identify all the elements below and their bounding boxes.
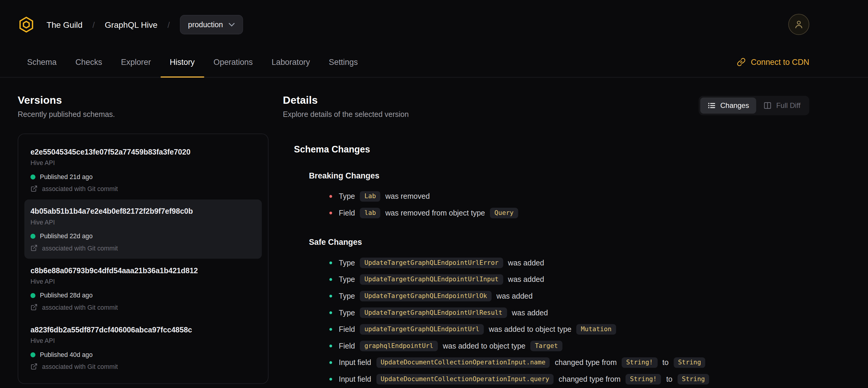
change-item: Field updateTargetGraphQLEndpointUrl was… (330, 321, 809, 337)
versions-pane: Versions Recently published schemas. e2e… (18, 94, 269, 387)
safe-bullet (330, 328, 332, 330)
safe-bullet (330, 311, 332, 314)
change-text: changed type from (559, 375, 620, 383)
org-breadcrumb[interactable]: The Guild (46, 20, 83, 29)
code-chip: UpdateTargetGraphQLEndpointUrlError (360, 257, 503, 268)
change-item: Type Lab was removed (330, 188, 809, 205)
external-link-icon (30, 244, 38, 251)
code-chip: String! (622, 357, 657, 367)
tab-settings[interactable]: Settings (319, 47, 367, 77)
code-chip: lab (360, 207, 380, 218)
published-label: Published 40d ago (40, 351, 93, 358)
code-chip: Mutation (577, 324, 616, 334)
git-commit-label: associated with Git commit (42, 304, 118, 310)
change-text: was removed (385, 192, 430, 200)
change-text: was added to object type (443, 342, 525, 350)
tab-explorer[interactable]: Explorer (112, 47, 160, 77)
code-chip: UpdateTargetGraphQLEndpointUrlResult (360, 307, 507, 318)
user-avatar-button[interactable] (788, 14, 809, 35)
safe-bullet (330, 345, 332, 347)
change-item: Field lab was removed from object type Q… (330, 205, 809, 221)
version-list-item-selected[interactable]: 4b05ab51b1b4a7e2e4b0ef82172f2b9f7ef98c0b… (25, 199, 262, 259)
tab-schema[interactable]: Schema (18, 47, 66, 77)
app-window: The Guild / GraphQL Hive / production (0, 0, 868, 388)
view-toggle-group: Changes Full Diff (699, 96, 809, 115)
project-breadcrumb[interactable]: GraphQL Hive (105, 20, 158, 29)
change-text: changed type from (555, 358, 617, 366)
change-text: Type (339, 275, 355, 283)
code-chip: String (674, 357, 706, 367)
published-label: Published 21d ago (40, 173, 93, 180)
version-service: Hive API (30, 337, 256, 344)
versions-list: e2e55045345ce13fe07f52a77459b83fa3fe7020… (18, 133, 269, 384)
change-text: Type (339, 192, 355, 200)
code-chip: Lab (360, 191, 380, 201)
change-text: was added (508, 275, 544, 283)
published-label: Published 22d ago (40, 233, 93, 239)
versions-title: Versions (18, 94, 269, 107)
change-text: Type (339, 308, 355, 317)
change-text: was added (512, 308, 548, 317)
changes-toggle-button[interactable]: Changes (701, 97, 756, 114)
code-chip: updateTargetGraphQLEndpointUrl (360, 324, 484, 334)
connect-to-cdn-link[interactable]: Connect to CDN (737, 57, 809, 66)
code-chip: String (677, 374, 709, 384)
code-chip: UpdateDocumentCollectionOperationInput.q… (376, 374, 554, 384)
tab-history[interactable]: History (160, 47, 204, 77)
version-list-item[interactable]: e2e55045345ce13fe07f52a77459b83fa3fe7020… (25, 140, 262, 199)
changes-toggle-label: Changes (720, 101, 749, 110)
breaking-changes-list: Type Lab was removed Field lab was remov… (294, 188, 809, 221)
versions-subtitle: Recently published schemas. (18, 110, 269, 119)
external-link-icon (30, 363, 38, 370)
tab-laboratory[interactable]: Laboratory (262, 47, 319, 77)
details-subtitle: Explore details of the selected version (283, 110, 409, 119)
version-list-item[interactable]: c8b6e88a06793b9c4dfd54aaa21b36a1b421d812… (25, 259, 262, 318)
change-text: to (666, 375, 672, 383)
top-bar: The Guild / GraphQL Hive / production (18, 13, 809, 35)
target-selector-value: production (188, 20, 223, 29)
version-hash: 4b05ab51b1b4a7e2e4b0ef82172f2b9f7ef98c0b (30, 207, 256, 215)
hive-logo-icon[interactable] (18, 16, 35, 33)
version-list-item[interactable]: a823f6db2a55df877dcf406006abca97fcc4858c… (25, 318, 262, 377)
columns-icon (764, 101, 772, 110)
change-text: was added (496, 292, 533, 300)
code-chip: UpdateDocumentCollectionOperationInput.n… (376, 357, 550, 367)
code-chip: UpdateTargetGraphQLEndpointUrlInput (360, 274, 503, 284)
code-chip: String! (625, 374, 661, 384)
external-link-icon (30, 185, 38, 192)
primary-nav: Schema Checks Explorer History Operation… (0, 36, 868, 78)
version-service: Hive API (30, 160, 256, 166)
change-text: Type (339, 292, 355, 300)
change-text: Field (339, 325, 355, 333)
details-heading-block: Details Explore details of the selected … (283, 94, 409, 119)
published-status-dot (30, 352, 35, 357)
change-text: was removed from object type (385, 209, 485, 217)
tab-operations[interactable]: Operations (204, 47, 262, 77)
change-text: Type (339, 259, 355, 267)
breaking-bullet (330, 195, 332, 197)
published-status-dot (30, 174, 35, 179)
change-text: to (662, 358, 669, 366)
version-service: Hive API (30, 278, 256, 285)
published-status-dot (30, 293, 35, 298)
published-status-dot (30, 234, 35, 239)
code-chip: Query (490, 207, 518, 218)
safe-bullet (330, 294, 332, 297)
target-selector-dropdown[interactable]: production (180, 14, 243, 34)
change-item: Type UpdateTargetGraphQLEndpointUrlOk wa… (330, 288, 809, 304)
change-item: Type UpdateTargetGraphQLEndpointUrlError… (330, 255, 809, 271)
full-diff-toggle-button[interactable]: Full Diff (756, 97, 808, 114)
breaking-bullet (330, 211, 332, 214)
change-item: Input field UpdateDocumentCollectionOper… (330, 371, 809, 387)
safe-bullet (330, 378, 332, 380)
git-commit-label: associated with Git commit (42, 363, 118, 370)
change-item: Type UpdateTargetGraphQLEndpointUrlInput… (330, 271, 809, 288)
chevron-down-icon (228, 23, 235, 26)
link-icon (737, 57, 746, 66)
schema-changes-title: Schema Changes (294, 144, 809, 154)
connect-to-cdn-label: Connect to CDN (751, 57, 809, 66)
tab-checks[interactable]: Checks (66, 47, 112, 77)
list-icon (708, 101, 716, 110)
version-hash: c8b6e88a06793b9c4dfd54aaa21b36a1b421d812 (30, 266, 256, 275)
change-item: Field graphqlEndpointUrl was added to ob… (330, 337, 809, 354)
